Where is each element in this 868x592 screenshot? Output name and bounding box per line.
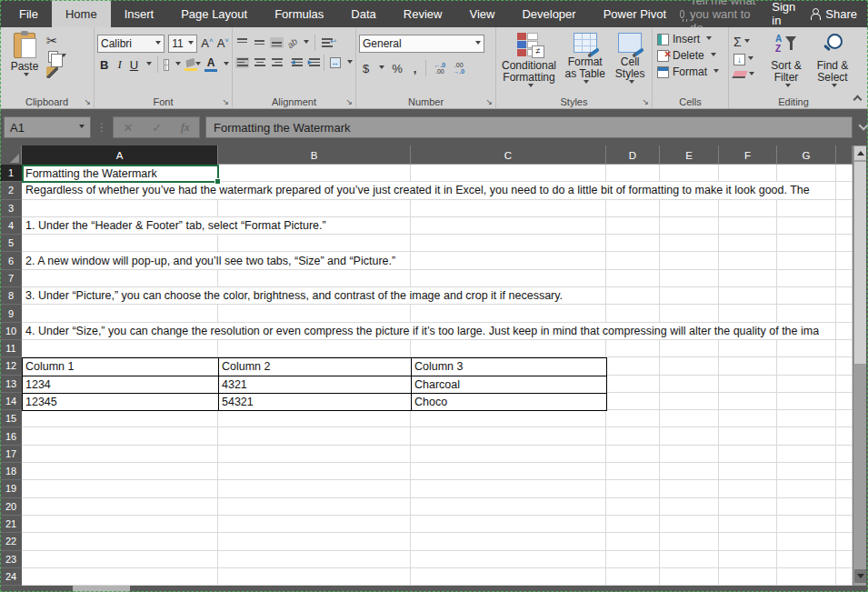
ribbon-tab-page-layout[interactable]: Page Layout — [167, 0, 261, 27]
cell-E4[interactable] — [660, 217, 719, 234]
cell-D19[interactable] — [606, 480, 660, 497]
cell-H2[interactable] — [836, 182, 853, 198]
cell-D13[interactable] — [606, 376, 660, 392]
delete-cells-button[interactable]: Delete — [655, 49, 725, 62]
percent-style-button[interactable]: % — [388, 62, 406, 75]
increase-indent-button[interactable]: ► — [304, 57, 318, 68]
cell-F5[interactable] — [719, 235, 777, 251]
cell-F6[interactable] — [719, 252, 777, 268]
cell-D14[interactable] — [606, 393, 660, 409]
cell-C24[interactable] — [411, 568, 606, 585]
row-header-11[interactable]: 11 — [0, 340, 22, 357]
cell-B11[interactable] — [218, 340, 411, 356]
cell-H11[interactable] — [836, 340, 853, 356]
grow-font-button[interactable]: A˄ — [201, 36, 213, 50]
cut-button[interactable]: ✂ — [46, 35, 68, 47]
cell-B23[interactable] — [218, 551, 411, 567]
cell-C1[interactable] — [411, 165, 606, 181]
cell-D4[interactable] — [606, 217, 660, 234]
cell-A22[interactable] — [22, 533, 218, 549]
decrease-decimal-button[interactable]: .00→.0 — [451, 62, 466, 75]
row-header-16[interactable]: 16 — [0, 427, 22, 445]
cell-A17[interactable] — [22, 446, 218, 462]
cell-C18[interactable] — [411, 463, 606, 479]
row-header-10[interactable]: 10 — [0, 323, 22, 340]
cell-B1[interactable] — [218, 165, 411, 181]
cell-B17[interactable] — [218, 446, 411, 462]
cell-E23[interactable] — [660, 551, 719, 567]
cell-E7[interactable] — [660, 270, 719, 286]
cell-F9[interactable] — [719, 305, 777, 321]
row-header-22[interactable]: 22 — [0, 533, 22, 550]
cell-H1[interactable] — [836, 165, 853, 181]
selected-cell-A1[interactable]: Formatting the Watermark — [22, 165, 219, 183]
clipboard-dialog-launcher[interactable]: ↘ — [84, 98, 91, 106]
font-size-combo[interactable]: 11 — [168, 35, 197, 53]
accounting-format-button[interactable]: $ — [359, 62, 373, 75]
cell-H12[interactable] — [836, 357, 853, 374]
ribbon-tab-developer[interactable]: Developer — [508, 0, 589, 27]
row-header-23[interactable]: 23 — [0, 551, 22, 568]
table-cell-r14-c1[interactable]: 12345 — [23, 394, 219, 411]
cell-E5[interactable] — [660, 235, 719, 251]
table-cell-r13-c3[interactable]: Charcoal — [412, 376, 607, 394]
cell-F19[interactable] — [719, 480, 777, 497]
cell-D15[interactable] — [606, 410, 660, 426]
cell-H13[interactable] — [836, 376, 853, 392]
cell-B7[interactable] — [218, 270, 411, 286]
scroll-down-button[interactable] — [854, 569, 866, 583]
name-box[interactable]: A1 — [4, 116, 91, 138]
cell-H16[interactable] — [836, 427, 853, 444]
table-cell-r14-c2[interactable]: 54321 — [219, 394, 412, 411]
cell-B20[interactable] — [218, 498, 411, 515]
cell-G21[interactable] — [777, 516, 836, 532]
cell-D5[interactable] — [606, 235, 660, 251]
cell-G15[interactable] — [777, 410, 836, 426]
cell-G13[interactable] — [777, 376, 836, 392]
cancel-icon[interactable]: ✕ — [123, 121, 133, 135]
table-cell-r13-c2[interactable]: 4321 — [219, 376, 412, 394]
expand-formula-bar-icon[interactable] — [858, 120, 868, 130]
cell-C23[interactable] — [411, 551, 606, 567]
row-header-3[interactable]: 3 — [0, 200, 22, 217]
cell-B22[interactable] — [218, 533, 411, 549]
borders-button[interactable] — [164, 59, 169, 71]
cell-C21[interactable] — [411, 516, 606, 532]
column-header-partial[interactable] — [836, 145, 853, 165]
column-header-E[interactable]: E — [660, 145, 719, 165]
row-header-17[interactable]: 17 — [0, 446, 22, 463]
cell-E15[interactable] — [660, 410, 719, 426]
cell-C17[interactable] — [411, 446, 606, 462]
cell-H17[interactable] — [836, 446, 853, 462]
cell-B15[interactable] — [218, 410, 411, 426]
table-cell-r12-c2[interactable]: Column 2 — [219, 358, 412, 376]
cell-F22[interactable] — [719, 533, 777, 549]
cell-E12[interactable] — [660, 357, 719, 374]
cell-H20[interactable] — [836, 498, 853, 515]
cell-A19[interactable] — [22, 480, 218, 497]
align-right-button[interactable] — [270, 57, 284, 68]
cell-G9[interactable] — [777, 305, 836, 321]
row-header-19[interactable]: 19 — [0, 480, 22, 497]
comma-style-button[interactable]: , — [410, 62, 421, 75]
cell-B16[interactable] — [218, 427, 411, 444]
ribbon-tab-file[interactable]: File — [5, 0, 52, 27]
cell-D21[interactable] — [606, 516, 660, 532]
conditional-formatting-button[interactable]: Conditional Formatting — [499, 31, 559, 93]
cell-B18[interactable] — [218, 463, 411, 479]
row-header-12[interactable]: 12 — [0, 357, 22, 375]
cell-H24[interactable] — [836, 568, 853, 585]
merge-center-button[interactable]: ↔ — [330, 57, 341, 68]
cell-D20[interactable] — [606, 498, 660, 515]
cell-D16[interactable] — [606, 427, 660, 444]
cell-G19[interactable] — [777, 480, 836, 497]
cell-D17[interactable] — [606, 446, 660, 462]
row-header-5[interactable]: 5 — [0, 235, 22, 252]
cell-D6[interactable] — [606, 252, 660, 268]
cell-H21[interactable] — [836, 516, 853, 532]
cell-A23[interactable] — [22, 551, 218, 567]
cell-E16[interactable] — [660, 427, 719, 444]
cell-F21[interactable] — [719, 516, 777, 532]
cell-C9[interactable] — [411, 305, 606, 321]
cell-E20[interactable] — [660, 498, 719, 515]
